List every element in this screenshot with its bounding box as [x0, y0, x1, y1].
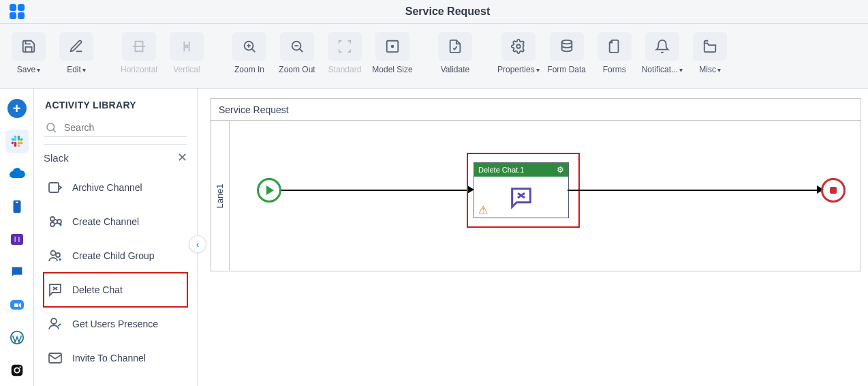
activity-icon [46, 349, 64, 367]
svg-point-13 [392, 46, 394, 48]
chevron-down-icon: ▾ [717, 66, 721, 74]
library-heading: ACTIVITY LIBRARY [34, 89, 197, 115]
library-item-label: Get Users Presence [72, 318, 158, 329]
video-icon [9, 297, 25, 313]
chevron-down-icon: ▾ [82, 66, 86, 74]
model-size-icon [375, 32, 409, 61]
clipboard-icon [10, 199, 25, 214]
svg-point-33 [51, 318, 57, 324]
library-item[interactable]: Create Channel [44, 205, 187, 239]
svg-point-23 [47, 123, 55, 131]
forms-icon [598, 32, 632, 61]
rail-clipboard[interactable] [5, 195, 29, 218]
library-section-title: Slack [44, 152, 69, 164]
horizontal-button: Horizontal [119, 32, 159, 74]
plus-icon: + [7, 99, 27, 118]
collapse-panel-button[interactable]: ‹ [189, 235, 206, 253]
library-item[interactable]: Get Users Presence [44, 307, 187, 341]
camera-icon [10, 363, 25, 378]
activity-library-panel: ACTIVITY LIBRARY Slack ✕ Archive Channel… [34, 89, 198, 386]
save-icon [12, 32, 46, 61]
activity-icon [46, 179, 64, 196]
misc-button[interactable]: Misc▾ [689, 32, 730, 74]
chevron-down-icon: ▾ [37, 66, 40, 74]
library-item-label: Archive Channel [72, 182, 142, 193]
notifications-button[interactable]: Notificat...▾ [642, 32, 683, 74]
library-item[interactable]: Create Child Group [44, 239, 187, 273]
process-title: Service Request [211, 99, 861, 121]
activity-icon [46, 281, 64, 299]
chat-icon [10, 265, 25, 280]
rail-code[interactable]: I I [5, 228, 29, 251]
connector [281, 190, 469, 191]
toolbar: Save▾ Edit▾ Horizontal Vertical [0, 24, 868, 89]
page-title: Service Request [405, 5, 491, 17]
model-size-button[interactable]: Model Size [372, 32, 413, 74]
library-item-label: Create Child Group [72, 250, 155, 261]
svg-text:I I: I I [14, 236, 19, 243]
rail-onedrive[interactable] [5, 162, 29, 185]
vertical-button: Vertical [166, 32, 207, 74]
forms-button[interactable]: Forms [594, 32, 635, 74]
process-canvas[interactable]: Service Request Lane1 Delete Chat.1 ⚙ ⚠ [210, 98, 861, 271]
library-item-label: Delete Chat [72, 284, 123, 295]
zoom-in-icon [232, 32, 266, 61]
cloud-icon [9, 166, 25, 182]
activity-title: Delete Chat.1 [478, 166, 524, 174]
library-item[interactable]: Invite To Channel [44, 341, 187, 375]
rail-slack[interactable] [5, 130, 29, 153]
edit-icon [59, 32, 93, 61]
gear-icon[interactable]: ⚙ [557, 165, 564, 175]
add-integration-button[interactable]: + [5, 97, 29, 120]
activity-icon [46, 213, 64, 231]
properties-button[interactable]: Properties▾ [497, 32, 540, 74]
integration-rail: + I I [0, 89, 34, 386]
slack-icon [10, 134, 24, 148]
search-input[interactable] [63, 121, 186, 134]
activity-icon [46, 247, 64, 265]
chevron-down-icon: ▾ [536, 66, 540, 74]
library-item-label: Invite To Channel [72, 353, 146, 363]
close-icon[interactable]: ✕ [177, 150, 187, 165]
activity-node-delete-chat[interactable]: Delete Chat.1 ⚙ ⚠ [474, 162, 569, 218]
validate-icon [438, 32, 472, 61]
library-search[interactable] [44, 119, 187, 137]
database-icon [550, 32, 584, 61]
edit-button[interactable]: Edit▾ [56, 32, 97, 74]
svg-point-3 [185, 45, 188, 48]
code-block-icon: I I [9, 231, 25, 248]
zoom-in-button[interactable]: Zoom In [229, 32, 270, 74]
svg-line-6 [252, 49, 255, 53]
svg-point-29 [51, 251, 56, 256]
library-item[interactable]: Delete Chat [44, 273, 187, 307]
zoom-out-button[interactable]: Zoom Out [277, 32, 317, 74]
svg-rect-20 [11, 365, 22, 376]
rail-wordpress[interactable] [5, 326, 29, 349]
validate-button[interactable]: Validate [435, 32, 476, 74]
library-item[interactable]: Archive Channel [44, 170, 187, 205]
wordpress-icon [10, 330, 25, 345]
apps-grid-icon[interactable] [7, 1, 27, 22]
align-horizontal-icon [122, 32, 156, 61]
process-canvas-wrap: Service Request Lane1 Delete Chat.1 ⚙ ⚠ [198, 89, 868, 386]
zoom-out-icon [280, 32, 314, 61]
rail-chat[interactable] [5, 261, 29, 284]
svg-point-15 [561, 40, 572, 44]
delete-chat-icon [506, 184, 536, 211]
end-node[interactable] [821, 178, 846, 203]
chevron-left-icon: ‹ [196, 239, 200, 250]
form-data-button[interactable]: Form Data [546, 32, 587, 74]
rail-zoom[interactable] [5, 293, 29, 316]
svg-rect-25 [49, 183, 59, 192]
start-node[interactable] [257, 178, 281, 203]
svg-point-22 [19, 366, 20, 368]
fit-standard-icon [328, 32, 362, 61]
chevron-down-icon: ▾ [679, 66, 683, 74]
rail-instagram[interactable] [5, 359, 29, 382]
save-button[interactable]: Save▾ [8, 32, 49, 74]
bell-icon [645, 32, 679, 61]
search-icon [45, 121, 57, 134]
standard-button: Standard [324, 32, 365, 74]
svg-line-24 [53, 130, 56, 132]
activity-icon [46, 315, 64, 333]
